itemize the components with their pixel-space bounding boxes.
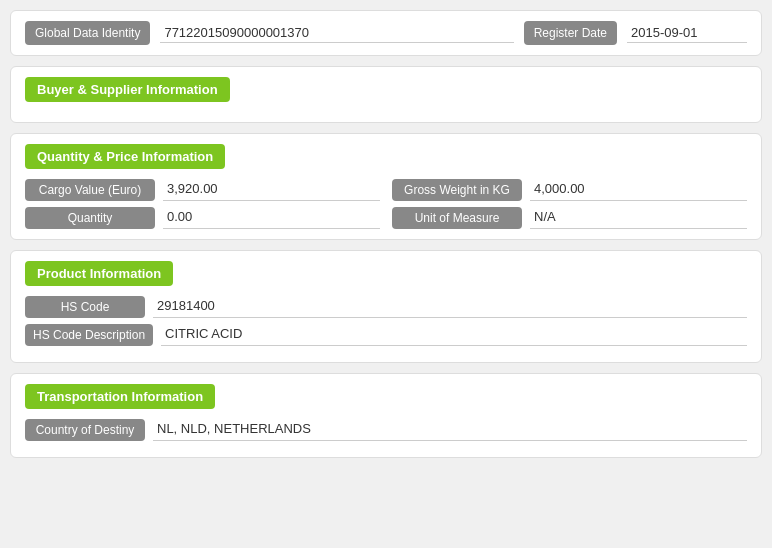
hs-code-description-value: CITRIC ACID — [161, 324, 747, 346]
country-of-destiny-field: Country of Destiny NL, NLD, NETHERLANDS — [25, 419, 747, 441]
hs-code-label: HS Code — [25, 296, 145, 318]
country-of-destiny-label: Country of Destiny — [25, 419, 145, 441]
quantity-label: Quantity — [25, 207, 155, 229]
cargo-value-label: Cargo Value (Euro) — [25, 179, 155, 201]
global-data-card: Global Data Identity 7712201509000000137… — [10, 10, 762, 56]
quantity-price-row1: Cargo Value (Euro) 3,920.00 Gross Weight… — [25, 179, 747, 201]
product-card: Product Information HS Code 29181400 HS … — [10, 250, 762, 363]
cargo-value-field: Cargo Value (Euro) 3,920.00 — [25, 179, 380, 201]
unit-of-measure-label: Unit of Measure — [392, 207, 522, 229]
hs-code-description-label: HS Code Description — [25, 324, 153, 346]
cargo-value-value: 3,920.00 — [163, 179, 380, 201]
gross-weight-field: Gross Weight in KG 4,000.00 — [392, 179, 747, 201]
product-title: Product Information — [25, 261, 173, 286]
register-date-value: 2015-09-01 — [627, 23, 747, 43]
register-date-label: Register Date — [524, 21, 617, 45]
buyer-supplier-title: Buyer & Supplier Information — [25, 77, 230, 102]
unit-of-measure-value: N/A — [530, 207, 747, 229]
transportation-card: Transportation Information Country of De… — [10, 373, 762, 458]
quantity-field: Quantity 0.00 — [25, 207, 380, 229]
quantity-price-card: Quantity & Price Information Cargo Value… — [10, 133, 762, 240]
global-data-identity-value: 77122015090000001370 — [160, 23, 513, 43]
hs-code-field: HS Code 29181400 — [25, 296, 747, 318]
country-of-destiny-value: NL, NLD, NETHERLANDS — [153, 419, 747, 441]
global-data-identity-label: Global Data Identity — [25, 21, 150, 45]
transportation-title: Transportation Information — [25, 384, 215, 409]
buyer-supplier-card: Buyer & Supplier Information — [10, 66, 762, 123]
gross-weight-label: Gross Weight in KG — [392, 179, 522, 201]
quantity-price-row2: Quantity 0.00 Unit of Measure N/A — [25, 207, 747, 229]
quantity-price-title: Quantity & Price Information — [25, 144, 225, 169]
gross-weight-value: 4,000.00 — [530, 179, 747, 201]
hs-code-value: 29181400 — [153, 296, 747, 318]
hs-code-description-field: HS Code Description CITRIC ACID — [25, 324, 747, 346]
quantity-value: 0.00 — [163, 207, 380, 229]
unit-of-measure-field: Unit of Measure N/A — [392, 207, 747, 229]
